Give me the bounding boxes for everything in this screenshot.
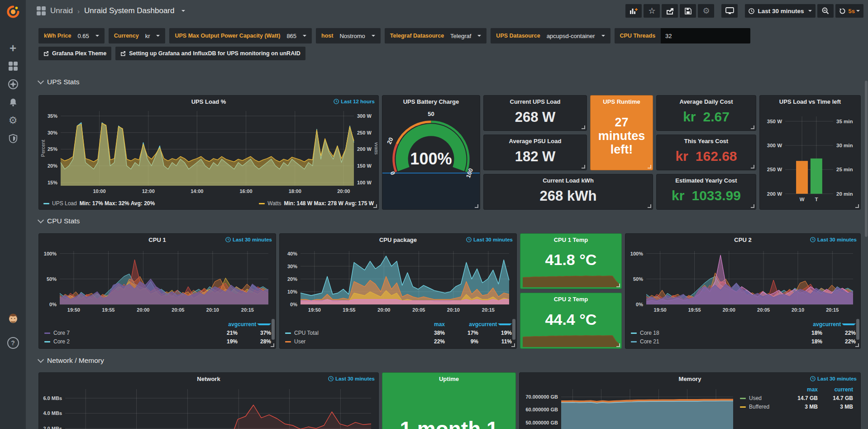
panel-current-ups-load[interactable]: Current UPS Load 268 W: [483, 95, 587, 131]
variable-currency[interactable]: Currency kr: [109, 28, 166, 43]
tv-cycle-button[interactable]: [721, 4, 738, 18]
panel-estimated-yearly-cost[interactable]: Estimated Yearly Cost kr1033.99: [656, 174, 756, 210]
panel-average-daily-cost[interactable]: Average Daily Cost kr2.67: [656, 95, 756, 131]
breadcrumb[interactable]: Unraid › Unraid System Dashboard: [37, 6, 185, 15]
grafana-logo-icon[interactable]: [0, 3, 26, 21]
panel-title[interactable]: UPS Runtime: [591, 98, 653, 105]
server-admin-shield-icon[interactable]: [0, 130, 26, 148]
svg-text:19:55: 19:55: [102, 307, 114, 313]
panel-average-psu-load[interactable]: Average PSU Load 182 W: [483, 135, 587, 170]
panel-title[interactable]: CPU 1 Temp: [520, 236, 621, 243]
panel-title[interactable]: Network: [39, 376, 378, 382]
sort-caret-icon[interactable]: [498, 323, 512, 325]
dashboard-title[interactable]: Unraid System Dashboard: [84, 6, 174, 15]
title-caret-icon[interactable]: [181, 10, 185, 12]
legend-scrollbar[interactable]: [272, 319, 275, 340]
cpu1-chart[interactable]: 19:5019:5520:0020:0520:1020:150%50%100%: [40, 246, 275, 314]
panel-title[interactable]: Average PSU Load: [484, 138, 587, 145]
legend-scrollbar[interactable]: [512, 319, 515, 340]
panel-ups-battery[interactable]: UPS Battery Charge 02050100100%: [382, 95, 480, 210]
time-override[interactable]: Last 30 minutes: [810, 376, 857, 381]
panel-title[interactable]: Uptime: [382, 376, 515, 382]
legend-scrollbar[interactable]: [856, 319, 859, 340]
svg-text:30 min: 30 min: [836, 143, 853, 148]
help-icon[interactable]: ?: [0, 334, 26, 352]
breadcrumb-folder[interactable]: Unraid: [50, 6, 73, 15]
panel-cpu1-temp[interactable]: CPU 1 Temp 41.8 °C: [520, 233, 622, 289]
svg-text:30%: 30%: [48, 130, 57, 135]
add-panel-button[interactable]: [625, 4, 642, 18]
panel-ups-load-vs-time[interactable]: UPS Load vs Time left 200 W20 min250 W25…: [759, 95, 861, 210]
cpu-threads-input[interactable]: [661, 28, 750, 43]
panel-title[interactable]: Average Daily Cost: [657, 98, 756, 105]
dashboards-icon[interactable]: [0, 57, 26, 75]
panel-uptime[interactable]: Uptime 1 month 1: [382, 372, 516, 429]
sort-caret-icon[interactable]: [257, 323, 271, 325]
network-chart[interactable]: 19:5019:5520:0020:0520:1020:152.0 MBs4.0…: [40, 386, 377, 429]
section-network-memory[interactable]: Network / Memory: [38, 357, 104, 365]
link-grafana-plex-theme[interactable]: Grafana Plex Theme: [38, 47, 111, 60]
ups-load-chart[interactable]: 10:0012:0014:0016:0018:0020:0015%100 W20…: [40, 108, 377, 196]
panel-title[interactable]: Estimated Yearly Cost: [657, 177, 756, 184]
variable-telegraf-datasource[interactable]: Telegraf Datasource Telegraf: [385, 28, 487, 43]
svg-text:200 W: 200 W: [357, 146, 372, 152]
star-button[interactable]: ☆: [644, 4, 660, 18]
svg-text:50%: 50%: [47, 276, 57, 282]
memory-chart[interactable]: 19:5019:5520:0020:0520:1020:1550.000000 …: [520, 386, 738, 429]
variable-host[interactable]: host Nostromo: [316, 28, 381, 43]
panel-title[interactable]: Current Load kWh: [484, 177, 653, 184]
panel-cpu2-temp[interactable]: CPU 2 Temp 44.4 °C: [520, 293, 622, 349]
time-override[interactable]: Last 12 hours: [334, 99, 375, 104]
panel-title[interactable]: UPS Load vs Time left: [760, 98, 860, 105]
share-button[interactable]: [662, 4, 678, 18]
refresh-caret-icon[interactable]: [856, 10, 860, 12]
refresh-button[interactable]: 5s: [835, 4, 863, 18]
svg-text:250 W: 250 W: [357, 130, 372, 135]
panel-cpu2[interactable]: CPU 2 Last 30 minutes 19:5019:5520:0020:…: [625, 233, 861, 349]
panel-current-load-kwh[interactable]: Current Load kWh 268 kWh: [483, 174, 653, 210]
alerting-bell-icon[interactable]: [0, 93, 26, 111]
panel-title[interactable]: Current UPS Load: [484, 98, 587, 105]
user-avatar[interactable]: [0, 309, 26, 328]
panel-title[interactable]: This Years Cost: [657, 138, 756, 145]
caret-down-icon: [372, 35, 375, 37]
panel-this-years-cost[interactable]: This Years Cost kr162.68: [656, 135, 756, 170]
panel-memory[interactable]: Memory Last 30 minutes 19:5019:5520:0020…: [519, 372, 861, 429]
zoom-out-button[interactable]: [817, 4, 834, 18]
link-ups-monitoring-guide[interactable]: Setting up Grafana and InfluxDB for UPS …: [115, 47, 305, 60]
refresh-interval-label[interactable]: 5s: [849, 8, 855, 14]
cpu-package-chart[interactable]: 19:5019:5520:0020:0520:1020:150%10%20%30…: [281, 246, 515, 314]
panel-title[interactable]: UPS Load %: [39, 98, 378, 105]
time-override[interactable]: Last 30 minutes: [810, 237, 857, 242]
panel-cpu-package[interactable]: CPU package Last 30 minutes 19:5019:5520…: [279, 233, 517, 349]
settings-gear-button[interactable]: ⚙: [698, 4, 714, 18]
panel-network[interactable]: Network Last 30 minutes 19:5019:5520:002…: [38, 372, 379, 429]
section-ups-stats[interactable]: UPS Stats: [38, 78, 80, 86]
svg-text:300 W: 300 W: [357, 113, 372, 119]
variable-kwh-price[interactable]: kWh Price 0.65: [38, 28, 105, 43]
cpu2-chart[interactable]: 19:5019:5520:0020:0520:1020:150%50%100%: [626, 246, 859, 314]
svg-text:50: 50: [428, 111, 434, 117]
explore-compass-icon[interactable]: [0, 75, 26, 93]
panel-ups-runtime[interactable]: UPS Runtime 27 minutes left!: [590, 95, 653, 170]
time-range-picker[interactable]: Last 30 minutes: [745, 4, 815, 18]
variable-ups-max-power[interactable]: UPS Max Output Power Capacity (Watt) 865: [169, 28, 312, 43]
panel-cpu1[interactable]: CPU 1 Last 30 minutes 19:5019:5520:0020:…: [38, 233, 276, 349]
panel-ups-load[interactable]: UPS Load % Last 12 hours 10:0012:0014:00…: [38, 95, 379, 210]
sort-caret-icon[interactable]: [842, 323, 856, 325]
variable-ups-datasource[interactable]: UPS Datasource apcupsd-container: [491, 28, 610, 43]
page-scrollbar[interactable]: [865, 81, 868, 237]
panel-title[interactable]: CPU 2 Temp: [520, 296, 621, 303]
panel-title[interactable]: Memory: [520, 376, 860, 382]
time-override[interactable]: Last 30 minutes: [466, 237, 513, 242]
external-link-icon: [43, 51, 49, 56]
clock-icon: [466, 237, 472, 242]
section-cpu-stats[interactable]: CPU Stats: [38, 217, 80, 225]
configuration-gear-icon[interactable]: ⚙: [0, 111, 26, 130]
svg-text:70.000000 GB: 70.000000 GB: [525, 394, 558, 400]
save-button[interactable]: [680, 4, 696, 18]
time-override[interactable]: Last 30 minutes: [225, 237, 272, 242]
panel-title[interactable]: UPS Battery Charge: [382, 98, 480, 105]
time-override[interactable]: Last 30 minutes: [328, 376, 375, 381]
create-plus-icon[interactable]: +: [0, 39, 26, 57]
